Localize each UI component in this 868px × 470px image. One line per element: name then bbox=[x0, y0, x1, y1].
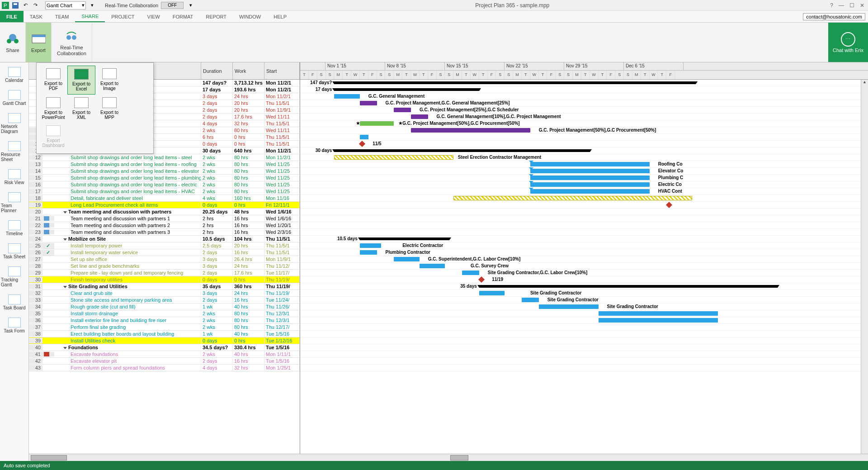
gantt-task-bar[interactable] bbox=[360, 250, 377, 255]
gantt-task-bar[interactable] bbox=[411, 114, 428, 119]
gantt-chart[interactable]: Nov 1 '15Nov 8 '15Nov 15 '15Nov 22 '15No… bbox=[300, 62, 868, 461]
view-task-form[interactable]: Task Form bbox=[0, 315, 28, 336]
help-icon[interactable]: ? bbox=[830, 2, 833, 9]
gantt-row[interactable] bbox=[300, 229, 868, 236]
qat-more-icon[interactable]: ▾ bbox=[187, 2, 194, 9]
gantt-task-bar[interactable] bbox=[462, 271, 479, 275]
gantt-row[interactable] bbox=[300, 215, 868, 222]
gantt-row[interactable]: 147 days? bbox=[300, 80, 868, 86]
gantt-row[interactable]: G.C. General Management[10%],G.C. Projec… bbox=[300, 114, 868, 120]
view-resource-sheet[interactable]: Resource Sheet bbox=[0, 138, 28, 165]
col-duration[interactable]: Duration bbox=[201, 62, 233, 79]
gantt-row[interactable] bbox=[300, 222, 868, 229]
gantt-row[interactable]: 11/19 bbox=[300, 276, 868, 283]
gantt-task-bar[interactable] bbox=[420, 264, 445, 268]
tab-window[interactable]: WINDOW bbox=[233, 11, 267, 22]
table-row[interactable]: 12Submit shop drawings and order long le… bbox=[29, 154, 300, 161]
gantt-row[interactable] bbox=[300, 351, 868, 358]
gantt-row[interactable]: ★★G.C. Project Management[50%],G.C Procu… bbox=[300, 120, 868, 127]
table-row[interactable]: 43Form column piers and spread foundatio… bbox=[29, 365, 300, 371]
table-row[interactable]: 29Prepare site - lay down yard and tempo… bbox=[29, 270, 300, 276]
gantt-row[interactable]: 30 days bbox=[300, 147, 868, 154]
gantt-summary-bar[interactable] bbox=[334, 88, 479, 91]
view-network-diagram[interactable]: Network Diagram bbox=[0, 110, 28, 137]
gantt-task-bar[interactable] bbox=[530, 176, 650, 180]
gantt-row[interactable]: G.C. Project Management,G.C. General Man… bbox=[300, 100, 868, 107]
table-row[interactable]: 26✓Install temporary water service2 days… bbox=[29, 249, 300, 256]
gantt-row[interactable]: HVAC Cont bbox=[300, 188, 868, 195]
table-row[interactable]: 20Team meeting and discussion with partn… bbox=[29, 209, 300, 215]
table-row[interactable]: 14Submit shop drawings and order long le… bbox=[29, 168, 300, 175]
view-calendar[interactable]: Calendar bbox=[0, 64, 28, 85]
view-risk-view[interactable]: Risk View bbox=[0, 166, 28, 188]
gantt-row[interactable] bbox=[300, 310, 868, 317]
gantt-task-bar[interactable] bbox=[539, 304, 599, 309]
export-pdf[interactable]: Export to PDF bbox=[39, 66, 67, 95]
close-icon[interactable]: ✕ bbox=[860, 2, 864, 9]
export-mpp[interactable]: Export to MPP bbox=[95, 95, 123, 123]
export-xml[interactable]: Export to XML bbox=[67, 95, 95, 123]
view-team-planner[interactable]: Team Planner bbox=[0, 190, 28, 216]
table-row[interactable]: 32Clear and grub site3 days24 hrsThu 11/… bbox=[29, 290, 300, 297]
gantt-row[interactable] bbox=[300, 337, 868, 344]
gantt-row[interactable]: Roofing Co bbox=[300, 161, 868, 168]
tab-share[interactable]: SHARE bbox=[75, 11, 105, 22]
gantt-row[interactable]: Steel Erection Contractor Management bbox=[300, 154, 868, 161]
col-work[interactable]: Work bbox=[233, 62, 264, 79]
gantt-row[interactable]: G.C. General Management bbox=[300, 93, 868, 100]
view-task-sheet[interactable]: Task Sheet bbox=[0, 241, 28, 262]
minimize-icon[interactable]: — bbox=[839, 2, 844, 9]
gantt-row[interactable]: G.C. Superintendent,G.C. Labor Crew[10%] bbox=[300, 256, 868, 263]
hscroll-thumb-left[interactable] bbox=[31, 455, 67, 461]
gantt-task-bar[interactable] bbox=[530, 169, 650, 173]
gantt-row[interactable] bbox=[300, 358, 868, 365]
gantt-row[interactable]: Site Grading Contractor bbox=[300, 297, 868, 304]
gantt-row[interactable] bbox=[300, 317, 868, 324]
export-image[interactable]: Export to Image bbox=[95, 66, 123, 95]
gantt-task-bar[interactable] bbox=[530, 189, 650, 194]
tab-team[interactable]: TEAM bbox=[49, 11, 75, 22]
gantt-row[interactable] bbox=[300, 195, 868, 202]
table-row[interactable]: 16Submit shop drawings and order long le… bbox=[29, 181, 300, 188]
table-row[interactable]: 35Install storm drainage2 wks80 hrsThu 1… bbox=[29, 310, 300, 317]
export-powerpoint[interactable]: Export to PowerPoint bbox=[39, 95, 67, 123]
tab-report[interactable]: REPORT bbox=[199, 11, 233, 22]
view-gantt-chart[interactable]: Gantt Chart bbox=[0, 87, 28, 109]
col-start[interactable]: Start bbox=[264, 62, 300, 79]
gantt-task-bar[interactable] bbox=[479, 291, 505, 295]
vertical-scrollbar[interactable]: ▲ ▼ bbox=[861, 80, 868, 461]
gantt-summary-bar[interactable] bbox=[479, 285, 778, 288]
table-row[interactable]: 19Long Lead Procurement check all items0… bbox=[29, 202, 300, 209]
rtc-toggle[interactable]: OFF bbox=[161, 2, 184, 9]
share-button[interactable]: Share bbox=[0, 23, 26, 62]
table-row[interactable]: 41Excavate foundations2 wks40 hrsMon 1/1… bbox=[29, 351, 300, 358]
gantt-row[interactable]: Site Grading Contractor,G.C. Labor Crew[… bbox=[300, 270, 868, 276]
table-row[interactable]: 40Foundations34.5 days?330.4 hrsTue 1/5/… bbox=[29, 344, 300, 351]
gantt-milestone[interactable] bbox=[478, 276, 485, 283]
gantt-row[interactable]: 11/5 bbox=[300, 141, 868, 147]
tab-help[interactable]: HELP bbox=[267, 11, 293, 22]
gantt-row[interactable]: Electric Contractor bbox=[300, 242, 868, 249]
table-row[interactable]: 34Rough grade site (cut and fill)1 wk40 … bbox=[29, 304, 300, 310]
maximize-icon[interactable]: ☐ bbox=[849, 2, 854, 9]
table-row[interactable]: 37Perform final site grading2 wks80 hrsT… bbox=[29, 324, 300, 331]
tab-view[interactable]: VIEW bbox=[141, 11, 166, 22]
rtc-button[interactable]: Real-TimeCollaboration bbox=[52, 23, 92, 62]
gantt-task-bar[interactable] bbox=[334, 155, 453, 160]
gantt-milestone[interactable] bbox=[665, 202, 672, 208]
table-row[interactable]: 28Set line and grade benchmarks3 days24 … bbox=[29, 263, 300, 270]
gantt-row[interactable] bbox=[300, 344, 868, 351]
gantt-row[interactable] bbox=[300, 209, 868, 215]
table-row[interactable]: 21Team meeting and discussion with partn… bbox=[29, 215, 300, 222]
table-row[interactable]: 17Submit shop drawings and order long le… bbox=[29, 188, 300, 195]
gantt-task-bar[interactable] bbox=[453, 196, 692, 200]
gantt-row[interactable]: 35 days bbox=[300, 283, 868, 290]
table-row[interactable]: 24Mobilize on Site10.5 days104 hrsThu 11… bbox=[29, 236, 300, 242]
view-selector[interactable]: Gantt Chart▾ bbox=[45, 1, 86, 9]
gantt-row[interactable] bbox=[300, 331, 868, 337]
tab-task[interactable]: TASK bbox=[24, 11, 49, 22]
export-button[interactable]: Export bbox=[26, 23, 52, 62]
scroll-up-icon[interactable]: ▲ bbox=[861, 80, 868, 87]
contact-email[interactable]: contact@housatonic.com bbox=[803, 13, 865, 20]
gantt-task-bar[interactable] bbox=[411, 128, 530, 133]
